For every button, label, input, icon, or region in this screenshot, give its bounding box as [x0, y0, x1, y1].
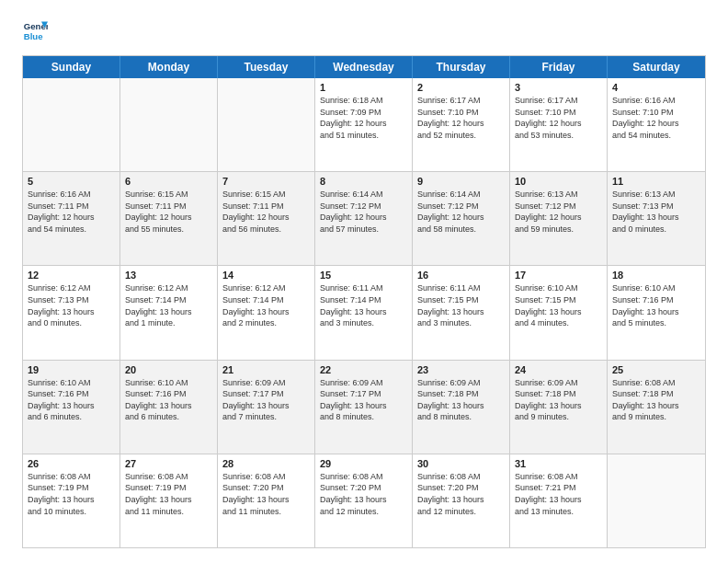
day-number: 2 — [417, 82, 505, 93]
cell-info: Sunrise: 6:13 AM Sunset: 7:13 PM Dayligh… — [612, 189, 700, 235]
calendar-cell: 29Sunrise: 6:08 AM Sunset: 7:20 PM Dayli… — [315, 454, 413, 547]
calendar-cell: 6Sunrise: 6:15 AM Sunset: 7:11 PM Daylig… — [120, 172, 218, 265]
day-number: 26 — [28, 458, 115, 469]
calendar-cell: 16Sunrise: 6:11 AM Sunset: 7:15 PM Dayli… — [413, 266, 510, 359]
calendar-cell: 24Sunrise: 6:09 AM Sunset: 7:18 PM Dayli… — [510, 361, 608, 454]
day-number: 17 — [515, 270, 602, 281]
cell-info: Sunrise: 6:12 AM Sunset: 7:14 PM Dayligh… — [125, 282, 212, 328]
cell-info: Sunrise: 6:15 AM Sunset: 7:11 PM Dayligh… — [125, 189, 212, 235]
calendar-cell: 3Sunrise: 6:17 AM Sunset: 7:10 PM Daylig… — [510, 78, 608, 171]
cell-info: Sunrise: 6:08 AM Sunset: 7:19 PM Dayligh… — [28, 471, 115, 517]
calendar-header: SundayMondayTuesdayWednesdayThursdayFrid… — [23, 56, 705, 78]
calendar-row: 26Sunrise: 6:08 AM Sunset: 7:19 PM Dayli… — [23, 454, 705, 547]
logo-icon: General Blue — [22, 18, 48, 44]
cell-info: Sunrise: 6:09 AM Sunset: 7:17 PM Dayligh… — [222, 377, 310, 423]
day-number: 11 — [612, 176, 700, 187]
calendar-cell: 30Sunrise: 6:08 AM Sunset: 7:20 PM Dayli… — [413, 454, 510, 547]
calendar-cell: 7Sunrise: 6:15 AM Sunset: 7:11 PM Daylig… — [218, 172, 315, 265]
calendar-cell — [120, 78, 218, 171]
day-number: 23 — [417, 364, 505, 375]
cell-info: Sunrise: 6:16 AM Sunset: 7:11 PM Dayligh… — [28, 189, 115, 235]
cell-info: Sunrise: 6:10 AM Sunset: 7:16 PM Dayligh… — [125, 377, 212, 423]
calendar-cell: 10Sunrise: 6:13 AM Sunset: 7:12 PM Dayli… — [510, 172, 608, 265]
calendar-body: 1Sunrise: 6:18 AM Sunset: 7:09 PM Daylig… — [23, 78, 705, 547]
cell-info: Sunrise: 6:18 AM Sunset: 7:09 PM Dayligh… — [320, 95, 407, 141]
calendar-cell — [23, 78, 120, 171]
header: General Blue — [22, 18, 706, 44]
calendar-cell: 8Sunrise: 6:14 AM Sunset: 7:12 PM Daylig… — [315, 172, 413, 265]
day-number: 1 — [320, 82, 407, 93]
day-number: 28 — [222, 458, 310, 469]
cell-info: Sunrise: 6:17 AM Sunset: 7:10 PM Dayligh… — [417, 95, 505, 141]
calendar-cell: 15Sunrise: 6:11 AM Sunset: 7:14 PM Dayli… — [315, 266, 413, 359]
page: General Blue SundayMondayTuesdayWednesda… — [0, 0, 728, 563]
day-number: 8 — [320, 176, 407, 187]
day-number: 31 — [515, 458, 602, 469]
calendar-cell: 23Sunrise: 6:09 AM Sunset: 7:18 PM Dayli… — [413, 361, 510, 454]
day-number: 6 — [125, 176, 212, 187]
cell-info: Sunrise: 6:15 AM Sunset: 7:11 PM Dayligh… — [222, 189, 310, 235]
cell-info: Sunrise: 6:08 AM Sunset: 7:20 PM Dayligh… — [320, 471, 407, 517]
calendar-row: 1Sunrise: 6:18 AM Sunset: 7:09 PM Daylig… — [23, 78, 705, 171]
weekday-header-saturday: Saturday — [608, 56, 705, 78]
cell-info: Sunrise: 6:17 AM Sunset: 7:10 PM Dayligh… — [515, 95, 602, 141]
cell-info: Sunrise: 6:08 AM Sunset: 7:20 PM Dayligh… — [417, 471, 505, 517]
day-number: 5 — [28, 176, 115, 187]
day-number: 22 — [320, 364, 407, 375]
calendar-cell: 31Sunrise: 6:08 AM Sunset: 7:21 PM Dayli… — [510, 454, 608, 547]
cell-info: Sunrise: 6:09 AM Sunset: 7:18 PM Dayligh… — [515, 377, 602, 423]
weekday-header-monday: Monday — [120, 56, 218, 78]
day-number: 12 — [28, 270, 115, 281]
calendar-cell — [608, 454, 705, 547]
day-number: 18 — [612, 270, 700, 281]
calendar-cell: 21Sunrise: 6:09 AM Sunset: 7:17 PM Dayli… — [218, 361, 315, 454]
calendar-cell: 1Sunrise: 6:18 AM Sunset: 7:09 PM Daylig… — [315, 78, 413, 171]
calendar-cell: 25Sunrise: 6:08 AM Sunset: 7:18 PM Dayli… — [608, 361, 705, 454]
calendar-cell: 11Sunrise: 6:13 AM Sunset: 7:13 PM Dayli… — [608, 172, 705, 265]
calendar-cell: 5Sunrise: 6:16 AM Sunset: 7:11 PM Daylig… — [23, 172, 120, 265]
cell-info: Sunrise: 6:08 AM Sunset: 7:19 PM Dayligh… — [125, 471, 212, 517]
day-number: 9 — [417, 176, 505, 187]
calendar-cell: 26Sunrise: 6:08 AM Sunset: 7:19 PM Dayli… — [23, 454, 120, 547]
calendar-row: 5Sunrise: 6:16 AM Sunset: 7:11 PM Daylig… — [23, 171, 705, 265]
weekday-header-sunday: Sunday — [23, 56, 120, 78]
day-number: 21 — [222, 364, 310, 375]
calendar-cell: 14Sunrise: 6:12 AM Sunset: 7:14 PM Dayli… — [218, 266, 315, 359]
calendar-cell: 20Sunrise: 6:10 AM Sunset: 7:16 PM Dayli… — [120, 361, 218, 454]
day-number: 15 — [320, 270, 407, 281]
day-number: 24 — [515, 364, 602, 375]
cell-info: Sunrise: 6:14 AM Sunset: 7:12 PM Dayligh… — [320, 189, 407, 235]
calendar-cell: 17Sunrise: 6:10 AM Sunset: 7:15 PM Dayli… — [510, 266, 608, 359]
cell-info: Sunrise: 6:12 AM Sunset: 7:14 PM Dayligh… — [222, 282, 310, 328]
cell-info: Sunrise: 6:09 AM Sunset: 7:17 PM Dayligh… — [320, 377, 407, 423]
weekday-header-wednesday: Wednesday — [315, 56, 413, 78]
cell-info: Sunrise: 6:10 AM Sunset: 7:15 PM Dayligh… — [515, 282, 602, 328]
day-number: 19 — [28, 364, 115, 375]
day-number: 30 — [417, 458, 505, 469]
cell-info: Sunrise: 6:08 AM Sunset: 7:20 PM Dayligh… — [222, 471, 310, 517]
cell-info: Sunrise: 6:11 AM Sunset: 7:14 PM Dayligh… — [320, 282, 407, 328]
calendar-cell: 12Sunrise: 6:12 AM Sunset: 7:13 PM Dayli… — [23, 266, 120, 359]
cell-info: Sunrise: 6:16 AM Sunset: 7:10 PM Dayligh… — [612, 95, 700, 141]
cell-info: Sunrise: 6:10 AM Sunset: 7:16 PM Dayligh… — [612, 282, 700, 328]
cell-info: Sunrise: 6:11 AM Sunset: 7:15 PM Dayligh… — [417, 282, 505, 328]
weekday-header-tuesday: Tuesday — [218, 56, 315, 78]
day-number: 10 — [515, 176, 602, 187]
weekday-header-friday: Friday — [510, 56, 608, 78]
day-number: 20 — [125, 364, 212, 375]
calendar-cell: 2Sunrise: 6:17 AM Sunset: 7:10 PM Daylig… — [413, 78, 510, 171]
day-number: 4 — [612, 82, 700, 93]
calendar-cell: 9Sunrise: 6:14 AM Sunset: 7:12 PM Daylig… — [413, 172, 510, 265]
day-number: 3 — [515, 82, 602, 93]
calendar-cell: 19Sunrise: 6:10 AM Sunset: 7:16 PM Dayli… — [23, 361, 120, 454]
cell-info: Sunrise: 6:09 AM Sunset: 7:18 PM Dayligh… — [417, 377, 505, 423]
calendar-cell: 13Sunrise: 6:12 AM Sunset: 7:14 PM Dayli… — [120, 266, 218, 359]
day-number: 29 — [320, 458, 407, 469]
logo: General Blue — [22, 18, 51, 44]
calendar-cell: 28Sunrise: 6:08 AM Sunset: 7:20 PM Dayli… — [218, 454, 315, 547]
day-number: 13 — [125, 270, 212, 281]
cell-info: Sunrise: 6:08 AM Sunset: 7:18 PM Dayligh… — [612, 377, 700, 423]
day-number: 27 — [125, 458, 212, 469]
calendar-row: 19Sunrise: 6:10 AM Sunset: 7:16 PM Dayli… — [23, 360, 705, 454]
cell-info: Sunrise: 6:08 AM Sunset: 7:21 PM Dayligh… — [515, 471, 602, 517]
